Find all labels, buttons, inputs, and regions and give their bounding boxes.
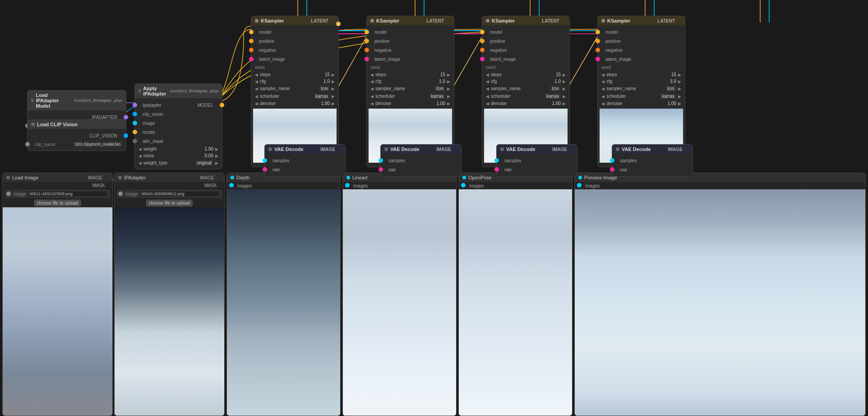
model-out-label: MODEL — [197, 103, 220, 108]
clip-name-label: clip_name — [31, 142, 55, 147]
k2-model-row: model — [367, 27, 454, 37]
ipadapter-bottom-title: IPAdapter IMAGE — [115, 173, 224, 182]
k1-steps-value: 15 — [316, 72, 330, 77]
k4-model-row: model — [598, 27, 685, 37]
noise-label: noise — [143, 153, 198, 158]
ipadapter-output-label: IPADAPTER — [92, 115, 124, 120]
k1-steps-label: steps — [260, 72, 314, 77]
apply-ipadapter-node: Apply IPAdapter ComfyUI_IPAdapter_plus i… — [134, 83, 222, 169]
vae-decode-3-body: samples vae — [497, 154, 577, 176]
vae-2-image-out: IMAGE — [436, 147, 457, 152]
vae-decode-2-body: samples vae — [381, 154, 461, 176]
node-dot — [601, 19, 605, 23]
clip-vision-in-row: clip_vision — [135, 110, 222, 119]
vae-4-image-out: IMAGE — [668, 147, 689, 152]
k2-latent-port — [365, 57, 369, 61]
ksampler-4-title: KSampler LATENT — [598, 16, 685, 25]
k1-denoise-slider: ◀ denoise 1.00 ▶ — [251, 100, 338, 107]
k1-latent-row: latent_image — [251, 55, 338, 64]
weight-type-right-arrow[interactable]: ▶ — [215, 161, 218, 165]
k1-cfg-slider: ◀ cfg 1.0 ▶ — [251, 78, 338, 85]
k1-scheduler-select: ◀ scheduler karras ▶ — [251, 92, 338, 100]
weight-slider: ◀ weight 1.00 ▶ — [135, 146, 222, 152]
vae-decode-3-label: VAE Decode — [506, 146, 536, 152]
vae-3-image-out: IMAGE — [552, 147, 573, 152]
k1-sampler-label: sampler_name — [260, 86, 290, 91]
vae-decode-3-title: VAE Decode IMAGE — [497, 145, 577, 154]
weight-type-left-arrow[interactable]: ◀ — [139, 161, 142, 165]
vae-decode-4-label: VAE Decode — [622, 146, 651, 152]
k2-latent-label: latent_image — [369, 57, 400, 62]
vae-decode-1-label: VAE Decode — [274, 146, 304, 152]
ipadapter-output-port — [124, 115, 128, 119]
k2-negative-row: negative — [367, 46, 454, 55]
ksampler-2-label: KSampler — [376, 18, 399, 23]
ipadapter-in-row: ipadapter MODEL — [135, 101, 222, 110]
k2-scheduler-select: ◀ scheduler karras ▶ — [367, 92, 454, 100]
k2-seed-label: seed — [367, 64, 454, 71]
ksampler-3-latent-out: LATENT — [542, 18, 566, 23]
k2-cfg-slider: ◀ cfg 1.0 ▶ — [367, 78, 454, 85]
weight-type-label: weight_type — [143, 160, 167, 165]
vae-decode-2-title: VAE Decode IMAGE — [381, 145, 461, 154]
noise-slider: ◀ noise 0.00 ▶ — [135, 152, 222, 159]
weight-left-arrow[interactable]: ◀ — [139, 147, 142, 151]
clip-name-row: clip_name SD1.5/pytorch_model.bin — [28, 140, 126, 148]
k1-denoise-value: 1.00 — [316, 101, 330, 106]
apply-ipadapter-label: Apply IPAdapter — [143, 86, 168, 96]
ksampler-2-latent-out: LATENT — [426, 18, 450, 23]
k1-model-row: model — [251, 27, 338, 37]
preview-image-preview — [575, 189, 865, 416]
k1-model-port — [249, 30, 254, 34]
ipadapter-bottom-mask-label: MASK — [115, 182, 224, 189]
weight-type-select: ◀ weight_type original ▶ — [135, 159, 222, 167]
k2-model-label: model — [369, 30, 387, 35]
load-image-title: Load Image IMAGE — [3, 173, 112, 182]
k1-positive-label: positive — [254, 39, 274, 44]
k1-scheduler-value: karras — [314, 93, 330, 99]
load-image-choose-btn[interactable]: choose file to upload — [34, 200, 81, 206]
ipadapter-bottom-label: IPAdapter — [124, 175, 146, 180]
k1-steps-left[interactable]: ◀ — [255, 73, 258, 77]
apply-ipadapter-title: Apply IPAdapter ComfyUI_IPAdapter_plus — [135, 84, 222, 98]
load-clip-vision-node: Load CLIP Vision CLIP_VISION clip_name S… — [27, 119, 126, 151]
ksampler-1-label: KSampler — [261, 18, 284, 23]
depth-node: Depth images — [226, 173, 341, 416]
clip-name-value[interactable]: SD1.5/pytorch_model.bin — [73, 142, 122, 147]
k1-model-label: model — [254, 30, 271, 35]
clip-output-port — [124, 133, 128, 138]
k1-steps-right[interactable]: ▶ — [332, 73, 335, 77]
openpose-label: OpenPose — [468, 175, 492, 180]
ipadapter-choose-btn[interactable]: choose file to upload — [146, 200, 193, 206]
k3-model-port — [480, 30, 485, 34]
k1-latent-port — [249, 57, 254, 61]
load-ipadapter-label: Load IPAdapter Model — [36, 92, 71, 109]
weight-right-arrow[interactable]: ▶ — [215, 147, 218, 151]
k1-seed-label: seed — [251, 64, 338, 71]
ksampler-1-title: KSampler LATENT — [251, 16, 338, 25]
vae-decode-1-title: VAE Decode IMAGE — [265, 145, 345, 154]
node-dot — [31, 99, 33, 102]
apply-ipadapter-body: ipadapter MODEL clip_vision image model … — [135, 98, 222, 169]
noise-right-arrow[interactable]: ▶ — [215, 154, 218, 158]
weight-value: 1.00 — [200, 146, 213, 151]
noise-left-arrow[interactable]: ◀ — [139, 154, 142, 158]
vae-decode-1-body: samples vae — [265, 154, 345, 176]
node-dot — [255, 19, 259, 23]
k2-model-port — [365, 30, 369, 34]
ksampler-1-latent-port — [336, 22, 341, 26]
load-image-file-row: image — [5, 190, 110, 198]
k2-sampler-select: ◀ sampler_name lcm ▶ — [367, 85, 454, 92]
clip-output-label: CLIP_VISION — [89, 133, 124, 138]
load-image-filename[interactable] — [28, 191, 108, 197]
k1-latent-label: latent_image — [254, 57, 285, 62]
k1-negative-row: negative — [251, 46, 338, 55]
node-dot — [139, 89, 141, 93]
ipadapter-filename[interactable] — [139, 191, 220, 197]
clip-vision-in-label: clip_vision — [137, 112, 163, 117]
ipadapter-bottom-node: IPAdapter IMAGE MASK image choose file t… — [114, 173, 225, 416]
k1-cfg-label: cfg — [260, 79, 314, 84]
weight-label: weight — [143, 146, 198, 151]
k1-denoise-label: denoise — [260, 101, 314, 106]
ksampler-4-label: KSampler — [607, 18, 630, 23]
